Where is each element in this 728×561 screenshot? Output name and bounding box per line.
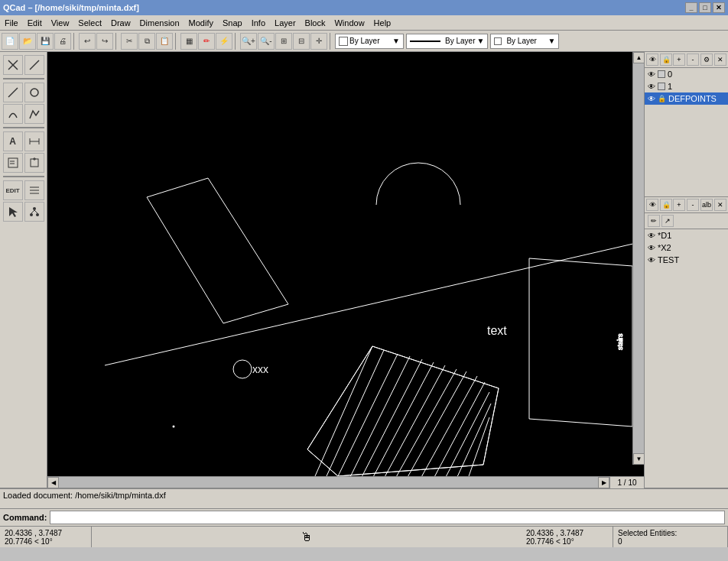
- snap-button[interactable]: ⚡: [216, 33, 232, 50]
- menu-file[interactable]: File: [0, 17, 23, 29]
- new-button[interactable]: 📄: [2, 33, 18, 50]
- open-button[interactable]: 📂: [19, 33, 36, 50]
- horizontal-scrollbar: ◀ ▶ 1 / 10: [47, 476, 644, 488]
- snap-grid-tool[interactable]: [3, 55, 23, 75]
- menu-modify[interactable]: Modify: [184, 17, 218, 29]
- layer-remove-button[interactable]: -: [687, 54, 699, 66]
- arc-tool[interactable]: [3, 104, 23, 124]
- canvas-area[interactable]: // Will generate dots via JS below stair…: [47, 52, 644, 476]
- menu-window[interactable]: Window: [330, 17, 369, 29]
- main-area: A EDIT: [0, 52, 728, 488]
- tool-sep-2: [3, 127, 44, 128]
- block-lock-icon[interactable]: 🔒: [660, 199, 672, 211]
- menu-select[interactable]: Select: [73, 17, 106, 29]
- scroll-up-button[interactable]: ▲: [633, 52, 644, 63]
- print-button[interactable]: 🖨: [54, 33, 71, 50]
- toolbar-main: 📄 📂 💾 🖨 ↩ ↪ ✂ ⧉ 📋 ▦ ✏ ⚡ 🔍+ 🔍- ⊞ ⊟ ✛ By L…: [0, 31, 728, 52]
- draw-button[interactable]: ✏: [198, 33, 215, 50]
- grid-button[interactable]: ▦: [180, 33, 197, 50]
- menu-snap[interactable]: Snap: [218, 17, 247, 29]
- svg-line-23: [34, 210, 37, 213]
- linetype-dropdown[interactable]: By Layer ▼: [406, 34, 488, 49]
- command-input[interactable]: [50, 511, 725, 524]
- menu-dimension[interactable]: Dimension: [135, 17, 184, 29]
- block-edit-button[interactable]: ✏: [648, 215, 660, 227]
- block-settings-button[interactable]: alb: [700, 199, 713, 211]
- layer-close-button[interactable]: ✕: [714, 54, 726, 66]
- modify-tool[interactable]: [24, 202, 44, 222]
- select-tool[interactable]: [3, 202, 23, 222]
- zoom-window-button[interactable]: ⊟: [293, 33, 310, 50]
- zoom-pan-button[interactable]: ✛: [310, 33, 327, 50]
- line-tool[interactable]: [3, 83, 23, 102]
- layer-add-button[interactable]: +: [673, 54, 685, 66]
- dimension-tool[interactable]: [24, 131, 44, 151]
- block-insert-button[interactable]: ↗: [661, 215, 674, 227]
- hscroll-track[interactable]: [59, 477, 598, 488]
- zoom-in-button[interactable]: 🔍+: [240, 33, 257, 50]
- vertical-scrollbar: ▲ ▼: [632, 52, 644, 465]
- layer-row-1[interactable]: 👁 1: [645, 80, 728, 92]
- block-panel-header: 👁 🔒 + - alb ✕: [645, 197, 728, 213]
- linewidth-dropdown[interactable]: By Layer ▼: [490, 34, 559, 49]
- paste-button[interactable]: 📋: [156, 33, 173, 50]
- svg-point-19: [33, 207, 36, 210]
- linewidth-label: By Layer: [506, 37, 536, 45]
- edit-tool[interactable]: EDIT: [3, 180, 23, 200]
- color-dropdown[interactable]: By Layer ▼: [335, 34, 404, 49]
- layer-name-1: 1: [668, 82, 672, 91]
- svg-point-5: [31, 89, 38, 96]
- layer-settings-button[interactable]: ⚙: [700, 54, 713, 66]
- block-row-d1[interactable]: 👁 *D1: [645, 229, 728, 242]
- properties-tool[interactable]: [24, 180, 44, 200]
- zoom-fit-button[interactable]: ⊞: [275, 33, 292, 50]
- layer-lock-icon[interactable]: 🔒: [660, 54, 672, 66]
- block-row-x2[interactable]: 👁 *X2: [645, 242, 728, 254]
- menu-info[interactable]: Info: [247, 17, 270, 29]
- layer-lock-2: 🔒: [658, 95, 666, 102]
- block-row-test[interactable]: 👁 TEST: [645, 254, 728, 266]
- menu-help[interactable]: Help: [369, 17, 396, 29]
- block-add-button[interactable]: +: [673, 199, 685, 211]
- maximize-button[interactable]: □: [699, 2, 711, 13]
- block-close-button[interactable]: ✕: [714, 199, 726, 211]
- polyline-tool[interactable]: [24, 104, 44, 124]
- menu-view[interactable]: View: [47, 17, 74, 29]
- circle-tool[interactable]: [24, 83, 44, 102]
- menu-layer[interactable]: Layer: [270, 17, 301, 29]
- tool-row-1: [3, 55, 44, 75]
- block-remove-button[interactable]: -: [687, 199, 699, 211]
- svg-marker-18: [9, 207, 18, 217]
- minimize-button[interactable]: _: [685, 2, 697, 13]
- command-log: Loaded document: /home/siki/tmp/minta.dx…: [0, 489, 728, 508]
- zoom-out-button[interactable]: 🔍-: [258, 33, 275, 50]
- svg-rect-9: [8, 158, 18, 167]
- tool-row-2: [3, 83, 44, 102]
- vscroll-track[interactable]: [633, 63, 644, 453]
- menu-edit[interactable]: Edit: [23, 17, 47, 29]
- close-button[interactable]: ✕: [713, 2, 725, 13]
- layer-eye-icon[interactable]: 👁: [646, 54, 658, 66]
- menu-draw[interactable]: Draw: [106, 17, 135, 29]
- layer-row-0[interactable]: 👁 0: [645, 68, 728, 80]
- copy-button[interactable]: ⧉: [138, 33, 155, 50]
- hatch-tool[interactable]: [3, 153, 23, 173]
- insert-tool[interactable]: [24, 153, 44, 173]
- menu-block[interactable]: Block: [301, 17, 330, 29]
- measure-tool[interactable]: [24, 55, 44, 75]
- scroll-down-button[interactable]: ▼: [633, 453, 644, 465]
- color-label: By Layer: [349, 37, 379, 45]
- status-coord1-line1: 20.4336 , 3.7487: [5, 529, 86, 537]
- save-button[interactable]: 💾: [37, 33, 54, 50]
- undo-button[interactable]: ↩: [79, 33, 96, 50]
- layer-row-defpoints[interactable]: 👁 🔒 DEFPOINTS: [645, 92, 728, 105]
- scroll-left-button[interactable]: ◀: [47, 477, 59, 488]
- drawing-svg: // Will generate dots via JS below stair…: [47, 52, 644, 476]
- scroll-right-button[interactable]: ▶: [598, 477, 609, 488]
- redo-button[interactable]: ↪: [96, 33, 113, 50]
- block-eye-icon[interactable]: 👁: [646, 199, 658, 211]
- svg-point-28: [233, 360, 252, 378]
- cut-button[interactable]: ✂: [121, 33, 138, 50]
- text-tool[interactable]: A: [3, 131, 23, 151]
- block-name-d1: *D1: [658, 231, 671, 240]
